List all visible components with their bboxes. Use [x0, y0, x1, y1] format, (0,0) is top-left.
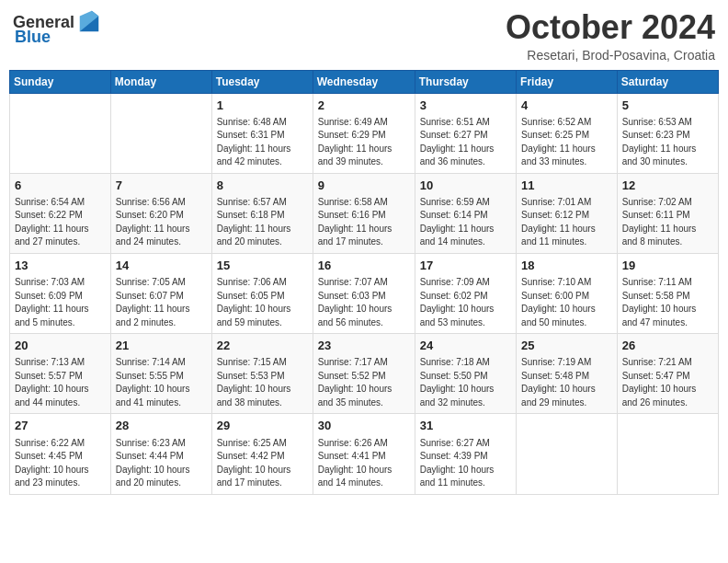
calendar-cell: 16Sunrise: 7:07 AM Sunset: 6:03 PM Dayli…	[313, 253, 415, 333]
calendar-cell: 20Sunrise: 7:13 AM Sunset: 5:57 PM Dayli…	[10, 334, 111, 414]
calendar-cell: 27Sunrise: 6:22 AM Sunset: 4:45 PM Dayli…	[10, 414, 111, 494]
day-number: 14	[116, 258, 207, 274]
calendar-cell: 18Sunrise: 7:10 AM Sunset: 6:00 PM Dayli…	[517, 253, 618, 333]
calendar-cell: 19Sunrise: 7:11 AM Sunset: 5:58 PM Dayli…	[617, 253, 718, 333]
day-number: 10	[420, 178, 511, 194]
day-info: Sunrise: 6:54 AM Sunset: 6:22 PM Dayligh…	[15, 196, 106, 249]
calendar-week-5: 27Sunrise: 6:22 AM Sunset: 4:45 PM Dayli…	[10, 414, 719, 494]
calendar-cell: 14Sunrise: 7:05 AM Sunset: 6:07 PM Dayli…	[110, 253, 211, 333]
day-info: Sunrise: 7:18 AM Sunset: 5:50 PM Dayligh…	[420, 356, 511, 409]
calendar-week-1: 1Sunrise: 6:48 AM Sunset: 6:31 PM Daylig…	[10, 93, 719, 173]
calendar-table: SundayMondayTuesdayWednesdayThursdayFrid…	[9, 70, 719, 495]
calendar-cell: 10Sunrise: 6:59 AM Sunset: 6:14 PM Dayli…	[415, 173, 516, 253]
day-number: 15	[217, 258, 308, 274]
weekday-header-monday: Monday	[110, 70, 211, 93]
day-info: Sunrise: 7:01 AM Sunset: 6:12 PM Dayligh…	[521, 196, 612, 249]
day-number: 23	[318, 338, 410, 354]
calendar-cell: 3Sunrise: 6:51 AM Sunset: 6:27 PM Daylig…	[415, 93, 516, 173]
page-header: General Blue October 2024 Resetari, Brod…	[9, 9, 719, 63]
day-number: 22	[217, 338, 308, 354]
calendar-cell: 8Sunrise: 6:57 AM Sunset: 6:18 PM Daylig…	[211, 173, 313, 253]
calendar-cell: 21Sunrise: 7:14 AM Sunset: 5:55 PM Dayli…	[110, 334, 211, 414]
calendar-cell: 15Sunrise: 7:06 AM Sunset: 6:05 PM Dayli…	[211, 253, 313, 333]
calendar-cell: 23Sunrise: 7:17 AM Sunset: 5:52 PM Dayli…	[313, 334, 415, 414]
day-number: 19	[622, 258, 713, 274]
calendar-cell: 4Sunrise: 6:52 AM Sunset: 6:25 PM Daylig…	[517, 93, 618, 173]
calendar-week-3: 13Sunrise: 7:03 AM Sunset: 6:09 PM Dayli…	[10, 253, 719, 333]
calendar-cell: 25Sunrise: 7:19 AM Sunset: 5:48 PM Dayli…	[517, 334, 618, 414]
calendar-cell: 24Sunrise: 7:18 AM Sunset: 5:50 PM Dayli…	[415, 334, 516, 414]
day-number: 30	[318, 418, 410, 434]
calendar-cell: 26Sunrise: 7:21 AM Sunset: 5:47 PM Dayli…	[617, 334, 718, 414]
day-info: Sunrise: 7:09 AM Sunset: 6:02 PM Dayligh…	[420, 276, 511, 329]
calendar-cell: 30Sunrise: 6:26 AM Sunset: 4:41 PM Dayli…	[313, 414, 415, 494]
day-info: Sunrise: 6:49 AM Sunset: 6:29 PM Dayligh…	[318, 116, 410, 169]
title-block: October 2024 Resetari, Brod-Posavina, Cr…	[506, 9, 715, 63]
day-info: Sunrise: 6:48 AM Sunset: 6:31 PM Dayligh…	[217, 116, 308, 169]
day-info: Sunrise: 7:15 AM Sunset: 5:53 PM Dayligh…	[217, 356, 308, 409]
day-info: Sunrise: 7:14 AM Sunset: 5:55 PM Dayligh…	[116, 356, 207, 409]
day-number: 27	[15, 418, 106, 434]
calendar-cell: 1Sunrise: 6:48 AM Sunset: 6:31 PM Daylig…	[211, 93, 313, 173]
day-number: 24	[420, 338, 511, 354]
day-info: Sunrise: 6:27 AM Sunset: 4:39 PM Dayligh…	[420, 437, 511, 490]
day-number: 3	[420, 98, 511, 114]
day-info: Sunrise: 6:22 AM Sunset: 4:45 PM Dayligh…	[15, 437, 106, 490]
day-number: 18	[521, 258, 612, 274]
calendar-cell: 31Sunrise: 6:27 AM Sunset: 4:39 PM Dayli…	[415, 414, 516, 494]
calendar-cell: 22Sunrise: 7:15 AM Sunset: 5:53 PM Dayli…	[211, 334, 313, 414]
day-info: Sunrise: 7:06 AM Sunset: 6:05 PM Dayligh…	[217, 276, 308, 329]
day-info: Sunrise: 6:51 AM Sunset: 6:27 PM Dayligh…	[420, 116, 511, 169]
weekday-header-tuesday: Tuesday	[211, 70, 313, 93]
calendar-cell: 13Sunrise: 7:03 AM Sunset: 6:09 PM Dayli…	[10, 253, 111, 333]
day-info: Sunrise: 6:23 AM Sunset: 4:44 PM Dayligh…	[116, 437, 207, 490]
day-info: Sunrise: 7:05 AM Sunset: 6:07 PM Dayligh…	[116, 276, 207, 329]
day-info: Sunrise: 7:11 AM Sunset: 5:58 PM Dayligh…	[622, 276, 713, 329]
day-info: Sunrise: 7:13 AM Sunset: 5:57 PM Dayligh…	[15, 356, 106, 409]
day-number: 11	[521, 178, 612, 194]
calendar-cell	[110, 93, 211, 173]
day-info: Sunrise: 6:56 AM Sunset: 6:20 PM Dayligh…	[116, 196, 207, 249]
day-info: Sunrise: 6:25 AM Sunset: 4:42 PM Dayligh…	[217, 437, 308, 490]
day-number: 5	[622, 98, 713, 114]
calendar-cell: 28Sunrise: 6:23 AM Sunset: 4:44 PM Dayli…	[110, 414, 211, 494]
day-number: 28	[116, 418, 207, 434]
calendar-cell: 5Sunrise: 6:53 AM Sunset: 6:23 PM Daylig…	[617, 93, 718, 173]
calendar-cell: 11Sunrise: 7:01 AM Sunset: 6:12 PM Dayli…	[517, 173, 618, 253]
day-info: Sunrise: 6:52 AM Sunset: 6:25 PM Dayligh…	[521, 116, 612, 169]
day-number: 31	[420, 418, 511, 434]
weekday-header-row: SundayMondayTuesdayWednesdayThursdayFrid…	[10, 70, 719, 93]
calendar-cell	[10, 93, 111, 173]
day-info: Sunrise: 6:26 AM Sunset: 4:41 PM Dayligh…	[318, 437, 410, 490]
day-info: Sunrise: 6:57 AM Sunset: 6:18 PM Dayligh…	[217, 196, 308, 249]
day-info: Sunrise: 7:07 AM Sunset: 6:03 PM Dayligh…	[318, 276, 410, 329]
calendar-cell: 17Sunrise: 7:09 AM Sunset: 6:02 PM Dayli…	[415, 253, 516, 333]
calendar-cell: 9Sunrise: 6:58 AM Sunset: 6:16 PM Daylig…	[313, 173, 415, 253]
day-info: Sunrise: 7:03 AM Sunset: 6:09 PM Dayligh…	[15, 276, 106, 329]
day-number: 9	[318, 178, 410, 194]
day-info: Sunrise: 7:17 AM Sunset: 5:52 PM Dayligh…	[318, 356, 410, 409]
day-number: 20	[15, 338, 106, 354]
day-number: 12	[622, 178, 713, 194]
location: Resetari, Brod-Posavina, Croatia	[506, 48, 715, 63]
day-number: 13	[15, 258, 106, 274]
calendar-week-4: 20Sunrise: 7:13 AM Sunset: 5:57 PM Dayli…	[10, 334, 719, 414]
weekday-header-thursday: Thursday	[415, 70, 516, 93]
day-number: 7	[116, 178, 207, 194]
day-info: Sunrise: 6:59 AM Sunset: 6:14 PM Dayligh…	[420, 196, 511, 249]
day-info: Sunrise: 7:02 AM Sunset: 6:11 PM Dayligh…	[622, 196, 713, 249]
day-number: 2	[318, 98, 410, 114]
logo-icon	[76, 9, 102, 35]
day-info: Sunrise: 7:21 AM Sunset: 5:47 PM Dayligh…	[622, 356, 713, 409]
day-info: Sunrise: 6:58 AM Sunset: 6:16 PM Dayligh…	[318, 196, 410, 249]
weekday-header-wednesday: Wednesday	[313, 70, 415, 93]
calendar-cell: 12Sunrise: 7:02 AM Sunset: 6:11 PM Dayli…	[617, 173, 718, 253]
calendar-cell	[517, 414, 618, 494]
day-info: Sunrise: 7:10 AM Sunset: 6:00 PM Dayligh…	[521, 276, 612, 329]
logo: General Blue	[13, 9, 102, 47]
calendar-cell: 7Sunrise: 6:56 AM Sunset: 6:20 PM Daylig…	[110, 173, 211, 253]
calendar-cell	[617, 414, 718, 494]
day-info: Sunrise: 7:19 AM Sunset: 5:48 PM Dayligh…	[521, 356, 612, 409]
day-info: Sunrise: 6:53 AM Sunset: 6:23 PM Dayligh…	[622, 116, 713, 169]
calendar-cell: 2Sunrise: 6:49 AM Sunset: 6:29 PM Daylig…	[313, 93, 415, 173]
